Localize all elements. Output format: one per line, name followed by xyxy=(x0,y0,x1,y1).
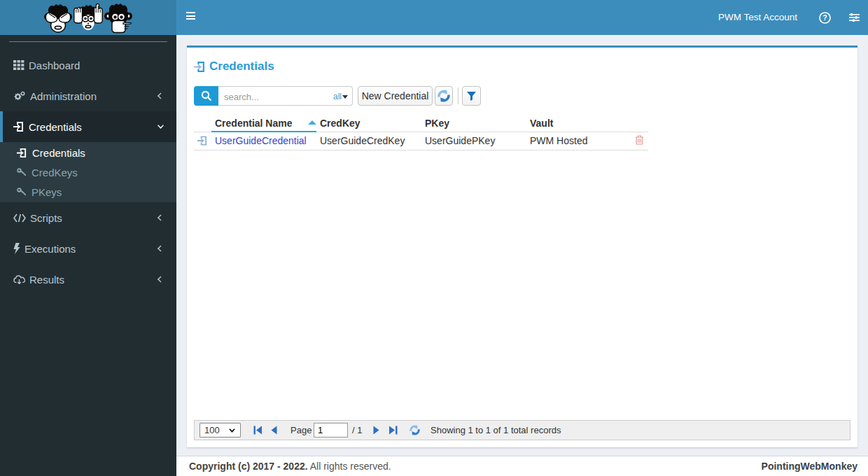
svg-text:?: ? xyxy=(822,13,827,22)
